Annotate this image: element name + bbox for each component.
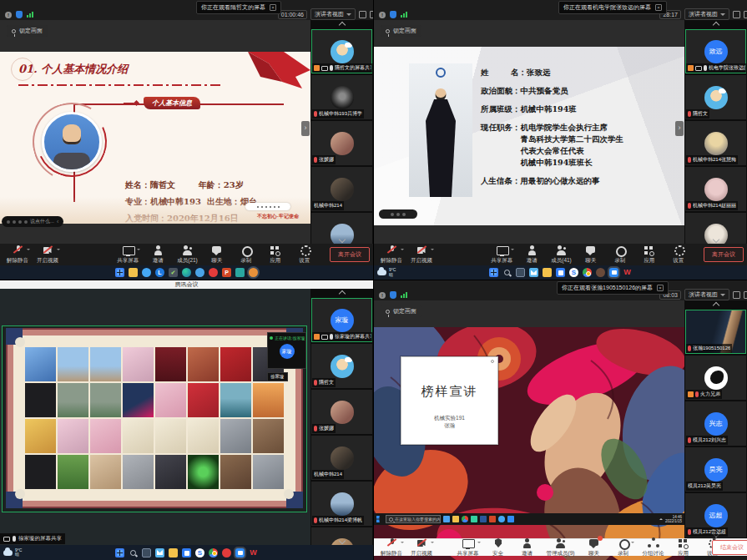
taskbar-app-icon[interactable] <box>195 268 204 277</box>
toolbar-button[interactable]: 解除静音 <box>381 537 402 557</box>
toolbar-button[interactable]: 安全 <box>488 537 508 557</box>
leave-meeting-button[interactable]: 离开会议 <box>704 247 744 262</box>
toolbar-button[interactable]: 应用 <box>673 537 693 557</box>
taskbar-app-icon[interactable] <box>498 516 505 522</box>
toolbar-button[interactable]: 成员(41) <box>551 245 572 265</box>
end-meeting-button[interactable]: 结束会议 <box>712 540 747 555</box>
scroll-up-icon[interactable] <box>338 22 345 28</box>
toolbar-button[interactable]: 聊天 <box>581 245 601 265</box>
toolbar-button[interactable]: 开启视频 <box>37 245 58 265</box>
pin-view-button[interactable]: 锁定画面 <box>381 25 421 37</box>
toolbar-button[interactable]: 管理成员(9) <box>547 537 575 557</box>
fullscreen-icon[interactable] <box>733 291 740 299</box>
presenter-chip[interactable] <box>379 209 417 219</box>
fullscreen-icon[interactable] <box>733 11 740 18</box>
participant-tile[interactable]: 张媛娜 <box>311 121 372 165</box>
taskbar-app-icon[interactable] <box>142 548 151 557</box>
close-icon[interactable]: × <box>270 4 276 11</box>
chevron-up-icon[interactable] <box>137 249 140 252</box>
toolbar-button[interactable]: 设置 <box>669 245 689 265</box>
toolbar-button[interactable]: 共享屏幕 <box>457 537 479 557</box>
next-page-button[interactable]: › <box>301 121 310 136</box>
annotation-toolbar[interactable]: 说点什么... ‹ <box>2 216 63 227</box>
taskbar-app-icon[interactable] <box>556 268 565 277</box>
toolbar-button[interactable]: 邀请 <box>517 537 538 557</box>
toolbar-button[interactable]: 设置 <box>295 245 315 265</box>
shield-icon[interactable] <box>390 11 396 18</box>
shield-icon[interactable] <box>16 11 23 18</box>
participant-tile[interactable]: 隋哲文 <box>685 75 746 119</box>
taskbar-app-icon[interactable] <box>623 268 632 277</box>
toolbar-button[interactable]: 聊天 <box>207 245 227 265</box>
annotation-input[interactable]: 说点什么... <box>30 218 54 225</box>
chevron-up-icon[interactable] <box>431 249 434 252</box>
participant-tile[interactable]: 兴志 模具212刘兴志 <box>685 401 746 446</box>
toolbar-button[interactable]: 解除静音 <box>7 245 28 265</box>
participant-tile[interactable]: 机械中韩193吕博学 <box>311 75 372 119</box>
weather-widget[interactable]: 9°C晴 <box>377 268 396 277</box>
taskbar-app-icon[interactable] <box>489 268 498 277</box>
scroll-up-icon[interactable] <box>338 290 345 297</box>
taskbar-app-icon[interactable] <box>169 548 178 557</box>
toolbar-button[interactable]: 录制 <box>236 245 256 265</box>
taskbar-app-icon[interactable] <box>129 548 138 557</box>
toolbar-button[interactable]: 成员(21) <box>177 245 198 265</box>
taskbar-app-icon[interactable] <box>155 268 164 277</box>
toolbar-button[interactable]: 录制 <box>613 537 633 557</box>
chevron-up-icon[interactable] <box>477 542 481 545</box>
chevron-up-icon[interactable] <box>631 542 634 545</box>
taskbar-app-icon[interactable] <box>452 516 459 522</box>
chevron-up-icon[interactable] <box>401 249 404 252</box>
info-icon[interactable]: ! <box>379 292 386 299</box>
taskbar-app-icon[interactable] <box>502 268 512 277</box>
taskbar-app-icon[interactable] <box>222 548 231 557</box>
participant-tile[interactable]: 家璇 徐家璇的屏幕共享 <box>311 298 372 342</box>
pin-view-button[interactable]: 锁定画面 <box>7 25 48 37</box>
participant-tile[interactable]: 机械中韩214 <box>311 167 372 211</box>
taskbar-app-icon[interactable] <box>249 268 258 277</box>
taskbar-app-icon[interactable] <box>569 268 578 277</box>
toolbar-button[interactable]: 聊天 <box>583 537 603 557</box>
chevron-up-icon[interactable] <box>27 249 30 252</box>
close-icon[interactable]: × <box>657 285 664 291</box>
taskbar-app-icon[interactable] <box>235 548 245 557</box>
layout-icon[interactable] <box>744 291 747 299</box>
toolbar-button[interactable]: 录制 <box>610 245 630 265</box>
scroll-up-icon[interactable] <box>712 22 719 28</box>
participant-tile[interactable]: 致远 机电学院张致远的屏幕共享 <box>685 29 746 73</box>
start-icon[interactable] <box>376 516 383 522</box>
scroll-up-icon[interactable] <box>712 302 719 309</box>
participant-tile[interactable]: 张瀚1905150126 <box>685 310 746 354</box>
participant-tile[interactable]: 机械中韩214赵丽丽 <box>685 167 746 211</box>
next-page-button[interactable]: › <box>675 121 684 136</box>
chevron-up-icon[interactable] <box>659 517 663 520</box>
layout-icon[interactable] <box>744 11 747 18</box>
taskbar-app-icon[interactable] <box>195 548 204 557</box>
toolbar-button[interactable]: 应用 <box>265 245 285 265</box>
taskbar-app-icon[interactable] <box>596 268 605 277</box>
weather-widget[interactable]: 9°C晴 <box>3 548 22 557</box>
view-mode-button[interactable]: 演讲者视图 <box>310 8 356 20</box>
taskbar-app-icon[interactable] <box>209 548 218 557</box>
taskbar-app-icon[interactable] <box>471 516 477 522</box>
taskbar-app-icon[interactable] <box>489 516 496 522</box>
taskbar-app-icon[interactable] <box>129 268 138 277</box>
toolbar-button[interactable]: 共享屏幕 <box>491 245 512 265</box>
taskbar-app-icon[interactable] <box>516 268 525 277</box>
pin-view-button[interactable]: 锁定画面 <box>381 305 421 317</box>
taskbar-app-icon[interactable] <box>249 548 258 557</box>
participant-tile[interactable]: 机械中韩214张慧梅 <box>685 121 746 165</box>
taskbar-app-icon[interactable] <box>142 268 151 277</box>
taskbar-app-icon[interactable] <box>235 268 245 277</box>
taskbar-app-icon[interactable] <box>222 268 231 277</box>
taskbar-app-icon[interactable] <box>182 268 191 277</box>
taskbar-app-icon[interactable] <box>609 268 618 277</box>
taskbar-app-icon[interactable] <box>155 548 164 557</box>
toolbar-button[interactable]: 解除静音 <box>381 245 402 265</box>
participant-tile[interactable]: 昊亮 模具212吴昊亮 <box>685 447 746 492</box>
taskbar-app-icon[interactable] <box>115 268 124 277</box>
participant-tile[interactable]: 张媛娜 <box>311 390 372 434</box>
floating-meeting-window[interactable]: 正在讲话:徐家璇 家璇 <box>267 332 306 369</box>
participant-tile[interactable]: 隋哲文的屏幕共享 <box>311 29 372 73</box>
participant-tile[interactable]: 机械中韩214梁博帆 <box>311 482 372 526</box>
